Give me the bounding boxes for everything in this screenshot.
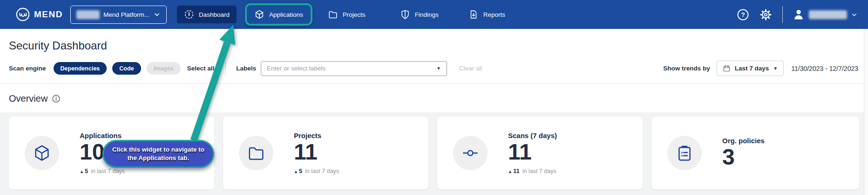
card-label: Applications: [80, 132, 125, 139]
tab-label: Dashboard: [199, 11, 230, 18]
brand-name: MEND: [34, 9, 63, 20]
trend-controls: Show trends by Last 7 days ▼ 11/30/2023 …: [663, 61, 858, 76]
tab-projects[interactable]: Projects: [321, 6, 373, 23]
trend-range-select[interactable]: Last 7 days ▼: [717, 61, 784, 76]
trend-up-icon: ▲: [508, 169, 512, 174]
overview-header: Overview: [0, 84, 868, 112]
card-value: 11: [508, 140, 557, 164]
help-icon: ?: [737, 8, 749, 21]
tab-label: Projects: [343, 11, 366, 18]
trend-value: 11: [513, 167, 520, 174]
org-selector-label: Mend Platform...: [103, 11, 149, 18]
report-download-icon: [468, 9, 479, 20]
card-value: 11: [294, 140, 339, 164]
show-trends-by-label: Show trends by: [663, 65, 710, 72]
scan-engine-label: Scan engine: [9, 65, 46, 72]
overview-title: Overview: [9, 93, 47, 104]
trend-value: 5: [85, 167, 88, 174]
trend-range-value: Last 7 days: [735, 65, 769, 72]
trend-suffix: in last 7 days: [91, 168, 125, 174]
annotation-tooltip: Click this widget to navigate to the App…: [102, 140, 214, 168]
tab-label: Applications: [269, 11, 303, 18]
trend-up-icon: ▲: [80, 169, 84, 174]
redacted-org-prefix: [76, 10, 100, 19]
filter-bar: Scan engine Dependencies Code Images Sel…: [0, 61, 868, 76]
labels-select-input[interactable]: ▼: [261, 61, 447, 76]
org-policies-icon-circle: [667, 136, 702, 170]
card-label: Projects: [294, 132, 339, 139]
engine-pill-code[interactable]: Code: [112, 62, 141, 75]
chevron-down-icon: [153, 11, 161, 18]
nav-divider: [782, 6, 783, 23]
clear-all-button[interactable]: Clear all: [459, 65, 482, 72]
mend-logo[interactable]: MEND: [16, 7, 63, 21]
cube-icon: [254, 9, 264, 20]
org-selector-dropdown[interactable]: Mend Platform...: [70, 6, 167, 24]
tab-reports[interactable]: Reports: [461, 6, 512, 23]
user-menu[interactable]: [792, 8, 858, 21]
projects-widget[interactable]: Projects 11 ▲ 5 in last 7 days: [223, 117, 428, 189]
chevron-down-icon: [851, 11, 858, 18]
scans-widget[interactable]: Scans (7 days) 11 ▲ 11 in last 7 days: [437, 117, 643, 189]
folder-icon: [247, 144, 265, 162]
tab-label: Reports: [483, 11, 505, 18]
card-label: Scans (7 days): [508, 132, 557, 139]
trend-suffix: in last 7 days: [305, 168, 339, 174]
card-trend: ▲ 5 in last 7 days: [80, 167, 125, 174]
card-trend: ▲ 5 in last 7 days: [294, 167, 339, 174]
org-policies-widget[interactable]: Org. policies 3: [651, 117, 859, 189]
dropdown-caret-icon: ▼: [773, 66, 778, 71]
gauge-icon: [184, 9, 194, 20]
trend-up-icon: ▲: [294, 169, 298, 174]
nav-right-cluster: ?: [737, 6, 858, 23]
page-title: Security Dashboard: [0, 29, 868, 52]
engine-pill-dependencies[interactable]: Dependencies: [54, 62, 107, 75]
trend-date-range: 11/30/2023 - 12/7/2023: [791, 65, 858, 72]
shield-icon: [400, 9, 410, 20]
trend-suffix: in last 7 days: [522, 168, 556, 174]
top-nav: MEND Mend Platform... Dashboard: [0, 0, 868, 29]
trend-value: 5: [299, 167, 302, 174]
page-header: Security Dashboard Scan engine Dependenc…: [0, 29, 868, 84]
help-button[interactable]: ?: [737, 8, 749, 21]
applications-tab-highlight-ring: Applications: [245, 3, 312, 26]
settings-button[interactable]: [760, 8, 772, 21]
cube-icon: [33, 144, 51, 162]
applications-icon-circle: [25, 136, 59, 170]
redacted-user-name: [809, 10, 847, 19]
folder-icon: [328, 9, 338, 20]
info-icon[interactable]: [52, 94, 61, 103]
card-trend: ▲ 11 in last 7 days: [508, 167, 557, 174]
labels-input[interactable]: [267, 65, 436, 72]
svg-text:?: ?: [741, 11, 745, 18]
card-label: Org. policies: [722, 137, 765, 145]
clipboard-list-icon: [675, 144, 694, 162]
tab-applications[interactable]: Applications: [247, 6, 310, 23]
mend-security-dashboard: MEND Mend Platform... Dashboard: [0, 0, 868, 195]
card-value: 3: [722, 146, 765, 169]
scans-icon-circle: [453, 136, 488, 170]
calendar-icon: [723, 64, 731, 72]
vertical-scrollbar[interactable]: [864, 29, 868, 195]
gear-icon: [760, 8, 772, 21]
dropdown-caret-icon[interactable]: ▼: [436, 66, 441, 71]
annotation-arrow: [184, 21, 250, 146]
user-avatar-icon: [792, 8, 805, 21]
tab-findings[interactable]: Findings: [393, 6, 446, 23]
engine-pill-images[interactable]: Images: [147, 62, 181, 75]
tab-label: Findings: [415, 11, 439, 18]
scan-node-icon: [461, 144, 480, 162]
mend-logo-icon: [16, 7, 30, 21]
